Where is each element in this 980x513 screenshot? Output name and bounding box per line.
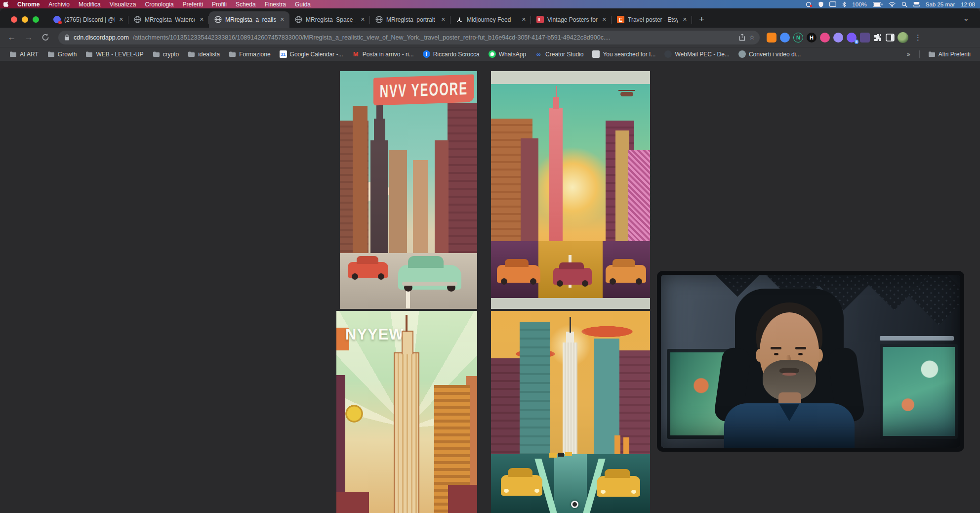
bookmark-facebook-profile[interactable]: fRiccardo Scrocca bbox=[419, 49, 483, 59]
globe-favicon bbox=[375, 16, 383, 23]
shield-icon[interactable] bbox=[818, 1, 823, 7]
url-domain: cdn.discordapp.com bbox=[74, 34, 129, 41]
maximize-window-button[interactable] bbox=[33, 16, 39, 23]
blue-wave-extension-icon[interactable] bbox=[780, 33, 790, 43]
metamask-extension-icon[interactable] bbox=[767, 33, 776, 43]
tab-close-icon[interactable]: ✕ bbox=[199, 15, 205, 24]
wifi-icon[interactable] bbox=[889, 2, 896, 7]
tab-close-icon[interactable]: ✕ bbox=[601, 15, 608, 24]
tab-close-icon[interactable]: ✕ bbox=[279, 15, 286, 24]
menubar-time[interactable]: 12:08 bbox=[961, 1, 975, 7]
display-icon[interactable] bbox=[829, 1, 836, 7]
address-bar[interactable]: cdn.discordapp.com /attachments/10135123… bbox=[58, 31, 760, 44]
bookmark-folder-ai-art[interactable]: AI ART bbox=[6, 49, 42, 59]
meta-infinity-icon: ∞ bbox=[535, 50, 542, 58]
green-n-extension-icon[interactable]: N bbox=[793, 33, 803, 43]
converter-icon bbox=[738, 50, 746, 58]
menubar-item-profili[interactable]: Profili bbox=[207, 1, 231, 8]
folder-icon bbox=[188, 50, 195, 58]
menubar-item-finestra[interactable]: Finestra bbox=[260, 1, 290, 8]
bookmark-gmail-inbox[interactable]: MPosta in arrivo - ri... bbox=[349, 49, 417, 59]
bookmark-whatsapp[interactable]: WhatsApp bbox=[485, 49, 530, 59]
menubar-item-chrome[interactable]: Chrome bbox=[13, 1, 44, 8]
tab-discord[interactable]: (2765) Discord | @Midjou ✕ bbox=[48, 11, 128, 28]
side-panel-icon[interactable] bbox=[886, 34, 895, 42]
tab-close-icon[interactable]: ✕ bbox=[360, 15, 366, 24]
tab-close-icon[interactable]: ✕ bbox=[521, 15, 527, 24]
menubar-date[interactable]: Sab 25 mar bbox=[926, 1, 955, 7]
menubar-item-preferiti[interactable]: Preferiti bbox=[178, 1, 207, 8]
screen-record-icon[interactable] bbox=[806, 1, 813, 7]
battery-icon bbox=[873, 2, 883, 7]
apple-logo-icon bbox=[3, 1, 9, 8]
battery-percent: 100% bbox=[852, 1, 866, 7]
tab-midjourney-feed[interactable]: Midjourney Feed ✕ bbox=[450, 11, 531, 28]
tab-close-icon[interactable]: ✕ bbox=[682, 15, 688, 24]
bookmark-webmail-pec[interactable]: WebMail PEC - De... bbox=[661, 49, 733, 59]
bookmark-creator-studio[interactable]: ∞Creator Studio bbox=[531, 49, 587, 59]
bookmark-folder-idealista[interactable]: idealista bbox=[184, 49, 223, 59]
tab-etsy[interactable]: E Travel poster - Etsy IT ✕ bbox=[612, 11, 692, 28]
menubar-item-cronologia[interactable]: Cronologia bbox=[141, 1, 178, 8]
tab-realistic-view-active[interactable]: MRregista_a_realistic_vie ✕ bbox=[209, 11, 289, 28]
menubar-item-archivio[interactable]: Archivio bbox=[44, 1, 74, 8]
facebook-icon: f bbox=[423, 50, 430, 58]
forward-button[interactable]: → bbox=[22, 33, 36, 43]
menubar-item-scheda[interactable]: Scheda bbox=[231, 1, 260, 8]
orange-car bbox=[497, 265, 540, 283]
extensions-puzzle-icon[interactable] bbox=[873, 33, 882, 42]
poster-title-text: NVV YEOORE bbox=[380, 78, 468, 102]
bookmark-folder-crypto[interactable]: crypto bbox=[149, 49, 183, 59]
menubar-item-guida[interactable]: Guida bbox=[290, 1, 315, 8]
webcam-video bbox=[661, 275, 960, 448]
tab-watercolor[interactable]: MRregista_Watercolor_Pa ✕ bbox=[128, 11, 209, 28]
new-tab-button[interactable]: + bbox=[692, 14, 704, 28]
profile-avatar[interactable] bbox=[898, 32, 908, 43]
lavender-extension-icon[interactable] bbox=[833, 33, 843, 43]
user-switch-icon[interactable] bbox=[913, 1, 920, 7]
bookmarks-bar: AI ART Growth WEB - LEVEL-UP crypto idea… bbox=[0, 47, 980, 61]
other-bookmarks-folder[interactable]: Altri Preferiti bbox=[925, 49, 974, 59]
tab-close-icon[interactable]: ✕ bbox=[118, 15, 124, 24]
bookmark-google-calendar[interactable]: 31Google Calendar -... bbox=[276, 49, 347, 59]
close-window-button[interactable] bbox=[11, 16, 17, 23]
calendar-icon: 31 bbox=[280, 50, 287, 58]
whatsapp-icon bbox=[489, 50, 496, 58]
bookmark-folder-web-level-up[interactable]: WEB - LEVEL-UP bbox=[82, 49, 147, 59]
tab-vintage-posters[interactable]: Vintage Posters for Sale | ✕ bbox=[531, 11, 612, 28]
apple-menu[interactable] bbox=[0, 1, 13, 8]
bookmark-converti-video[interactable]: Converti i video di... bbox=[735, 49, 804, 59]
spotlight-icon[interactable] bbox=[901, 1, 907, 7]
share-icon[interactable] bbox=[739, 34, 745, 41]
menubar-item-modifica[interactable]: Modifica bbox=[74, 1, 105, 8]
h-circle-extension-icon[interactable]: H bbox=[807, 33, 817, 43]
bookmark-folder-growth[interactable]: Growth bbox=[44, 49, 81, 59]
bookmarks-overflow-chevron[interactable]: » bbox=[902, 50, 914, 58]
bookmark-folder-formazione[interactable]: Formazione bbox=[225, 49, 274, 59]
tab-space-adventure[interactable]: MRregista_Space_Advent ✕ bbox=[289, 11, 370, 28]
webcam-overlay[interactable] bbox=[657, 271, 964, 452]
bookmark-you-searched[interactable]: You searched for I... bbox=[589, 49, 659, 59]
poster-image-bottom-left[interactable]: NYYEW bbox=[336, 311, 477, 513]
grid-extension-icon[interactable] bbox=[860, 33, 870, 43]
purple-badged-extension-icon[interactable]: 5 bbox=[847, 33, 857, 43]
tab-search-chevron-icon[interactable]: ⌄ bbox=[963, 14, 980, 28]
back-button[interactable]: ← bbox=[5, 33, 19, 43]
extension-icons: N H 5 bbox=[767, 33, 895, 43]
chrome-menu-icon[interactable]: ⋮ bbox=[911, 33, 924, 42]
pink-key-extension-icon[interactable] bbox=[820, 33, 830, 43]
poster-image-top-right[interactable] bbox=[491, 71, 650, 309]
bookmark-star-icon[interactable]: ☆ bbox=[749, 34, 755, 41]
menubar-item-visualizza[interactable]: Visualizza bbox=[105, 1, 141, 8]
reload-button[interactable] bbox=[39, 33, 52, 42]
bluetooth-icon[interactable] bbox=[842, 1, 846, 7]
tab-close-icon[interactable]: ✕ bbox=[440, 15, 447, 24]
folder-icon bbox=[229, 50, 236, 58]
minimize-window-button[interactable] bbox=[22, 16, 28, 23]
page-icon bbox=[592, 50, 600, 58]
poster-image-top-left[interactable]: NVV YEOORE bbox=[340, 71, 477, 309]
etsy-favicon: E bbox=[617, 16, 624, 23]
poster-image-bottom-right[interactable] bbox=[491, 311, 650, 513]
poster-title-banner: NVV YEOORE bbox=[373, 74, 474, 105]
tab-portrait[interactable]: MRregista_portrait_on_a ✕ bbox=[370, 11, 450, 28]
